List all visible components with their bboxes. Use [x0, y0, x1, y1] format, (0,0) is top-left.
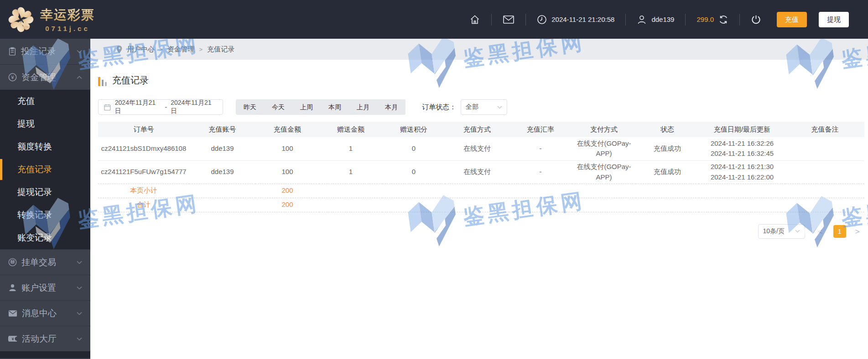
cell-account: dde139 — [189, 160, 255, 184]
col-method: 充值方式 — [445, 122, 509, 137]
sidebar-item-label: 活动大厅 — [22, 333, 77, 345]
clover-icon — [7, 6, 35, 33]
withdraw-button[interactable]: 提现 — [819, 12, 849, 27]
brand-name: 幸运彩票 — [40, 6, 95, 24]
chevron-down-icon — [77, 50, 82, 53]
quick-range-last-week[interactable]: 上周 — [292, 99, 321, 115]
breadcrumb-item-user-center[interactable]: 用户中心 — [127, 45, 155, 54]
order-status-label: 订单状态： — [422, 103, 456, 112]
cell-amount: 100 — [255, 137, 319, 160]
sidebar-item-label: 投注记录 — [21, 46, 77, 57]
cell-bonus: 1 — [319, 137, 382, 160]
quick-range-last-month[interactable]: 上月 — [349, 99, 377, 115]
date-end: 2024年11月21日 — [171, 99, 217, 115]
sidebar-item-activity-hall[interactable]: ¥ 活动大厅 — [0, 326, 90, 351]
quick-range-yesterday[interactable]: 昨天 — [236, 99, 264, 115]
cell-points: 0 — [382, 137, 445, 160]
table-row: cz241121F5uFUw7g154777 dde139 100 1 0 在线… — [98, 160, 864, 184]
brand-domain: 0711j.cc — [45, 25, 90, 32]
date-range-input[interactable]: 2024年11月21日 - 2024年11月21日 — [98, 99, 223, 115]
sidebar-item-label: 挂单交易 — [21, 256, 77, 268]
col-status: 状态 — [636, 122, 699, 137]
cell-method: 在线支付 — [445, 137, 509, 160]
date-start: 2024年11月21日 — [115, 99, 161, 115]
header-separator — [685, 14, 686, 26]
header-separator — [625, 14, 626, 26]
date-updated: 2024-11-21 16:22:00 — [699, 172, 785, 183]
cell-remark — [785, 137, 864, 160]
calendar-icon — [104, 104, 111, 111]
sidebar-item-label: 消息中心 — [22, 308, 77, 319]
cell-dates: 2024-11-21 16:21:30 2024-11-21 16:22:00 — [699, 160, 785, 184]
header-datetime: 2024-11-21 21:20:58 — [551, 15, 614, 23]
cell-pay-channel: 在线支付(GOPay-APP) — [572, 160, 636, 184]
quick-range-this-week[interactable]: 本周 — [321, 99, 349, 115]
col-account: 充值账号 — [189, 122, 255, 137]
sidebar-item-recharge[interactable]: 充值 — [0, 90, 90, 113]
col-pay-channel: 支付方式 — [572, 122, 636, 137]
page-subtotal-row: 本页小计 200 — [98, 184, 864, 198]
next-page-button[interactable]: > — [855, 227, 860, 236]
chevron-up-icon — [77, 76, 82, 79]
quick-range-this-month[interactable]: 本月 — [377, 99, 405, 115]
sidebar-item-recharge-records[interactable]: 充值记录 — [0, 158, 90, 181]
page-size-value: 10条/页 — [763, 227, 785, 236]
home-icon[interactable] — [469, 14, 480, 25]
chevron-down-icon — [497, 106, 502, 109]
cell-status: 充值成功 — [636, 160, 699, 184]
current-page-button[interactable]: 1 — [833, 225, 846, 238]
quick-range-today[interactable]: 今天 — [264, 99, 292, 115]
funds-submenu: 充值 提现 额度转换 充值记录 提现记录 转换记录 账变记录 — [0, 90, 90, 249]
message-center-icon — [8, 310, 17, 317]
sidebar-item-withdraw-records[interactable]: 提现记录 — [0, 181, 90, 204]
sidebar-item-withdraw[interactable]: 提现 — [0, 113, 90, 135]
sidebar: 投注记录 ¥ 资金管理 充值 提现 额度转换 充值记录 提现记录 转换记录 账变… — [0, 39, 90, 359]
power-icon[interactable] — [751, 14, 761, 25]
pagination: 10条/页 < 1 > — [98, 224, 864, 239]
page-size-select[interactable]: 10条/页 — [758, 224, 805, 239]
sidebar-item-bet-records[interactable]: 投注记录 — [0, 39, 90, 64]
sidebar-item-funds-management[interactable]: ¥ 资金管理 — [0, 64, 90, 90]
cell-points: 0 — [382, 160, 445, 184]
sidebar-item-message-center[interactable]: 消息中心 — [0, 300, 90, 326]
sidebar-item-transfer-records[interactable]: 转换记录 — [0, 204, 90, 226]
breadcrumb-separator: > — [159, 46, 163, 53]
clock-icon — [537, 15, 547, 25]
refresh-icon[interactable] — [718, 15, 728, 25]
activity-hall-icon: ¥ — [8, 335, 17, 343]
location-pin-icon — [116, 45, 123, 54]
breadcrumb: 用户中心 > 资金管理 > 充值记录 — [90, 39, 868, 60]
prev-page-button[interactable]: < — [818, 227, 822, 236]
page-title: 充值记录 — [112, 74, 149, 87]
bet-records-icon — [8, 47, 16, 56]
sidebar-item-label: 账户设置 — [21, 282, 77, 294]
breadcrumb-item-funds[interactable]: 资金管理 — [167, 45, 195, 54]
sidebar-item-account-change-records[interactable]: 账变记录 — [0, 226, 90, 249]
col-date: 充值日期/最后更新 — [699, 122, 785, 137]
breadcrumb-item-recharge-records[interactable]: 充值记录 — [207, 45, 234, 54]
cell-dates: 2024-11-21 16:32:26 2024-11-21 16:32:45 — [699, 137, 785, 160]
cell-rate: - — [509, 137, 572, 160]
user-icon — [637, 15, 647, 25]
date-created: 2024-11-21 16:21:30 — [699, 162, 785, 172]
quick-range-group: 昨天 今天 上周 本周 上月 本月 — [236, 99, 405, 115]
cell-order-no: cz241121F5uFUw7g154777 — [98, 160, 189, 184]
cell-status: 充值成功 — [636, 137, 699, 160]
cell-rate: - — [509, 160, 572, 184]
sidebar-item-pending-orders[interactable]: 挂单交易 — [0, 249, 90, 275]
mail-icon[interactable] — [503, 15, 515, 25]
order-status-select[interactable]: 全部 — [461, 99, 507, 115]
pending-orders-icon — [8, 258, 17, 267]
brand-logo[interactable]: 幸运彩票 0711j.cc — [0, 6, 114, 33]
header-username[interactable]: dde139 — [651, 15, 674, 23]
cell-pay-channel: 在线支付(GOPay-APP) — [572, 137, 636, 160]
svg-text:¥: ¥ — [10, 75, 14, 80]
col-bonus: 赠送金额 — [319, 122, 382, 137]
sidebar-item-quota-transfer[interactable]: 额度转换 — [0, 135, 90, 158]
breadcrumb-separator: > — [199, 46, 203, 53]
funds-icon: ¥ — [8, 73, 17, 82]
date-updated: 2024-11-21 16:32:45 — [699, 149, 785, 159]
sidebar-item-account-settings[interactable]: 账户设置 — [0, 275, 90, 300]
recharge-button[interactable]: 充值 — [777, 12, 807, 27]
account-settings-icon — [8, 283, 17, 292]
